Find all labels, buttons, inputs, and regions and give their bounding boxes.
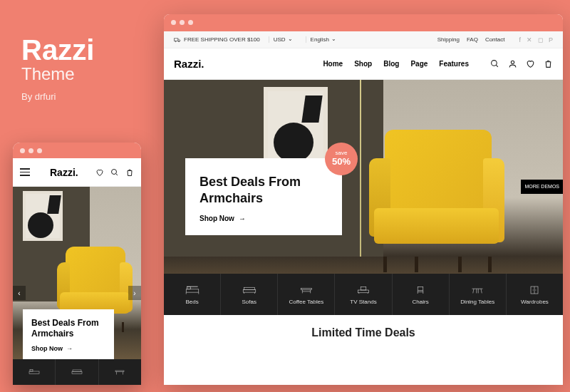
- wall-art: [23, 191, 63, 241]
- carousel-prev-button[interactable]: ‹: [13, 286, 26, 300]
- search-icon[interactable]: [490, 59, 499, 68]
- hero-title-mobile: Best Deals From Armchairs: [31, 318, 105, 339]
- svg-point-36: [112, 169, 117, 174]
- language-selector[interactable]: English: [306, 36, 341, 43]
- instagram-icon[interactable]: ◻: [538, 36, 543, 43]
- category-mobile-2[interactable]: [56, 359, 98, 385]
- account-icon[interactable]: [508, 59, 517, 68]
- svg-rect-7: [187, 287, 190, 289]
- category-mobile-3[interactable]: [99, 359, 141, 385]
- category-beds[interactable]: Beds: [164, 274, 221, 315]
- nav-features[interactable]: Features: [439, 60, 469, 68]
- svg-rect-11: [243, 289, 256, 292]
- category-sofas[interactable]: Sofas: [221, 274, 278, 315]
- svg-rect-6: [186, 289, 199, 292]
- window-dot-icon: [20, 148, 25, 153]
- search-icon[interactable]: [110, 168, 119, 177]
- nav-home[interactable]: Home: [323, 60, 343, 68]
- hero-title: Best Deals From Armchairs: [200, 174, 328, 206]
- window-dot-icon: [188, 20, 193, 25]
- wishlist-icon[interactable]: [95, 168, 104, 177]
- svg-line-29: [481, 289, 482, 293]
- free-shipping-label: FREE SHIPPING OVER $100: [174, 36, 260, 43]
- currency-selector[interactable]: USD: [269, 36, 297, 43]
- bag-icon[interactable]: [544, 59, 553, 68]
- svg-rect-39: [30, 370, 33, 372]
- twitter-icon[interactable]: ✕: [527, 36, 532, 43]
- chevron-down-icon: [288, 36, 293, 43]
- bed-icon: [185, 284, 200, 296]
- svg-line-37: [116, 173, 118, 175]
- sofa-icon: [242, 284, 256, 296]
- category-mobile-1[interactable]: [13, 359, 56, 385]
- shop-now-button-mobile[interactable]: Shop Now →: [31, 345, 105, 352]
- category-coffee-tables[interactable]: Coffee Tables: [278, 274, 335, 315]
- utility-bar: FREE SHIPPING OVER $100 USD English Ship…: [164, 31, 563, 48]
- svg-rect-42: [115, 371, 124, 372]
- browser-chrome-mobile: [13, 143, 141, 158]
- svg-rect-23: [418, 287, 423, 290]
- svg-rect-0: [174, 38, 177, 41]
- promo-subtitle: Theme: [21, 64, 94, 84]
- category-strip-mobile: [13, 359, 141, 385]
- category-dining-tables[interactable]: Dining Tables: [450, 274, 507, 315]
- brand-logo-mobile[interactable]: Razzi.: [50, 167, 78, 178]
- nav-shop[interactable]: Shop: [354, 60, 372, 68]
- shop-now-button[interactable]: Shop Now →: [200, 215, 328, 222]
- main-nav: Razzi. Home Shop Blog Page Features: [164, 48, 563, 80]
- category-strip: Beds Sofas Coffee Tables TV Stands Chair…: [164, 274, 563, 315]
- svg-point-1: [175, 41, 176, 41]
- arrow-right-icon: →: [66, 345, 73, 352]
- svg-rect-41: [73, 370, 81, 372]
- bag-icon[interactable]: [125, 168, 134, 177]
- svg-rect-20: [361, 287, 366, 289]
- window-dot-icon: [37, 148, 42, 153]
- dining-table-icon: [470, 284, 484, 296]
- hero-card: save 50% Best Deals From Armchairs Shop …: [185, 158, 342, 235]
- sale-badge: save 50%: [325, 143, 358, 175]
- category-tv-stands[interactable]: TV Stands: [335, 274, 392, 315]
- window-dot-icon: [180, 20, 185, 25]
- nav-page[interactable]: Page: [410, 60, 428, 68]
- coffee-table-icon: [299, 284, 314, 296]
- floor-lamp: [360, 80, 361, 257]
- svg-point-5: [511, 61, 514, 63]
- hero-card-mobile: Best Deals From Armchairs Shop Now →: [23, 309, 114, 359]
- svg-rect-40: [72, 372, 82, 374]
- chevron-down-icon: [331, 36, 336, 43]
- topbar-link-faq[interactable]: FAQ: [467, 36, 478, 43]
- svg-rect-12: [244, 287, 254, 289]
- category-chairs[interactable]: Chairs: [393, 274, 450, 315]
- hero-section: save 50% Best Deals From Armchairs Shop …: [164, 80, 563, 315]
- arrow-right-icon: →: [239, 215, 246, 222]
- mobile-preview: Razzi. ‹ › Best Deals From Armchairs Sho…: [13, 143, 141, 385]
- menu-icon[interactable]: [20, 168, 30, 176]
- svg-rect-15: [301, 288, 311, 289]
- topbar-link-shipping[interactable]: Shipping: [437, 36, 460, 43]
- wishlist-icon[interactable]: [526, 59, 535, 68]
- svg-rect-38: [29, 371, 39, 374]
- wall-art: [264, 87, 328, 165]
- category-wardrobes[interactable]: Wardrobes: [507, 274, 563, 315]
- carousel-next-button[interactable]: ›: [128, 286, 141, 300]
- svg-line-28: [473, 289, 474, 293]
- sofa-icon: [71, 368, 83, 376]
- svg-line-4: [496, 65, 498, 67]
- facebook-icon[interactable]: f: [519, 36, 521, 43]
- bed-icon: [28, 368, 40, 376]
- nav-blog[interactable]: Blog: [383, 60, 399, 68]
- mobile-nav: Razzi.: [13, 158, 141, 187]
- window-dot-icon: [28, 148, 33, 153]
- promo-author: By drfuri: [21, 91, 94, 102]
- topbar-link-contact[interactable]: Contact: [485, 36, 505, 43]
- armchair-image: [363, 130, 506, 272]
- chair-icon: [413, 284, 428, 296]
- truck-icon: [174, 37, 181, 43]
- window-dot-icon: [171, 20, 176, 25]
- more-demos-tab[interactable]: MORE DEMOS: [521, 180, 563, 194]
- hero-section-mobile: ‹ › Best Deals From Armchairs Shop Now →: [13, 187, 141, 385]
- pinterest-icon[interactable]: P: [549, 36, 553, 43]
- tv-stand-icon: [356, 284, 370, 296]
- wardrobe-icon: [527, 284, 542, 296]
- brand-logo[interactable]: Razzi.: [174, 58, 204, 70]
